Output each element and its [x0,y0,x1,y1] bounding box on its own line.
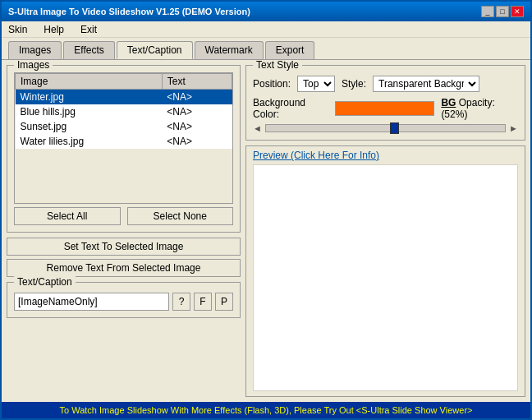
col-text: Text [162,74,232,90]
select-buttons: Select All Select None [14,207,233,225]
bg-opacity-row: BG Opacity: (52%) [441,97,518,120]
row-text: <NA> [162,90,232,105]
bg-row: Background Color: BG Opacity: (52%) [253,97,518,120]
window-title: S-Ultra Image To Video Slideshow V1.25 (… [8,7,250,16]
table-row[interactable]: Blue hills.jpg <NA> [16,104,232,119]
preview-title[interactable]: Preview (Click Here For Info) [253,150,379,161]
slider-left-arrow[interactable]: ◄ [253,123,262,133]
row-text: <NA> [162,104,232,119]
caption-question-button[interactable]: ? [172,293,190,311]
opacity-value: (52%) [441,108,467,120]
row-image: Winter.jpg [16,90,163,105]
preview-area [253,164,518,391]
row-text: <NA> [162,134,232,149]
bottom-bar: To Watch Image Slideshow With More Effec… [2,402,530,418]
minimize-button[interactable]: _ [481,6,494,17]
col-image: Image [16,74,163,90]
remove-text-button[interactable]: Remove Text From Selected Image [7,259,241,277]
images-table-container[interactable]: Image Text Winter.jpg <NA> Blue hills.jp… [14,72,233,204]
tab-effects[interactable]: Effects [63,41,114,59]
images-group-title: Images [14,59,53,71]
bg-label: BG Opacity: (52%) [441,97,518,120]
title-bar: S-Ultra Image To Video Slideshow V1.25 (… [2,2,530,21]
row-text: <NA> [162,119,232,134]
close-button[interactable]: ✕ [511,6,524,17]
bottom-bar-text: To Watch Image Slideshow With More Effec… [60,405,473,415]
images-table: Image Text Winter.jpg <NA> Blue hills.jp… [15,73,232,149]
opacity-slider-thumb[interactable] [390,122,399,134]
caption-input-row: ? F P [14,293,233,311]
table-row[interactable]: Sunset.jpg <NA> [16,119,232,134]
tab-watermark[interactable]: Watermark [195,41,264,59]
position-select[interactable]: Top [297,76,335,92]
bg-color-picker[interactable] [335,101,434,116]
images-group-box: Images Image Text Winter.jpg <NA [7,65,241,233]
slider-right-arrow[interactable]: ► [509,123,518,133]
main-window: S-Ultra Image To Video Slideshow V1.25 (… [0,0,532,420]
style-row: Position: Top Style: Transparent Backgro… [253,76,518,92]
maximize-button[interactable]: □ [496,6,509,17]
tab-text-caption[interactable]: Text/Caption [117,41,193,59]
set-text-button[interactable]: Set Text To Selected Image [7,238,241,256]
slider-row: ◄ ► [253,123,518,133]
preview-group: Preview (Click Here For Info) [245,145,525,397]
position-label: Position: [253,78,291,90]
opacity-label: Opacity: [459,97,495,108]
menu-help[interactable]: Help [40,23,67,36]
row-image: Blue hills.jpg [16,104,163,119]
tab-images[interactable]: Images [8,41,62,59]
table-row[interactable]: Water lilies.jpg <NA> [16,134,232,149]
row-image: Sunset.jpg [16,119,163,134]
tab-export[interactable]: Export [265,41,315,59]
table-row[interactable]: Winter.jpg <NA> [16,90,232,105]
caption-f-button[interactable]: F [194,293,212,311]
main-content: Images Image Text Winter.jpg <NA [2,59,530,402]
opacity-slider-track[interactable] [265,124,506,132]
menu-exit[interactable]: Exit [77,23,100,36]
row-image: Water lilies.jpg [16,134,163,149]
action-buttons: Set Text To Selected Image Remove Text F… [7,238,241,277]
title-bar-buttons: _ □ ✕ [481,6,524,17]
left-panel: Images Image Text Winter.jpg <NA [7,65,241,397]
menu-bar: Skin Help Exit [2,21,530,38]
tabs-bar: Images Effects Text/Caption Watermark Ex… [2,38,530,59]
caption-group-title: Text/Caption [14,276,76,288]
menu-skin[interactable]: Skin [5,23,30,36]
caption-p-button[interactable]: P [215,293,233,311]
right-panel: Text Style Position: Top Style: Transpar… [245,65,525,397]
select-none-button[interactable]: Select None [127,207,234,225]
text-style-title: Text Style [253,59,302,71]
style-label: Style: [342,78,366,90]
select-all-button[interactable]: Select All [14,207,121,225]
style-select[interactable]: Transparent Backgrou... [373,76,479,92]
bg-underline-label: BG [441,97,456,108]
bg-color-label: Background Color: [253,97,328,120]
caption-group: Text/Caption ? F P [7,282,241,318]
text-style-group: Text Style Position: Top Style: Transpar… [245,65,525,141]
caption-input[interactable] [14,293,169,311]
